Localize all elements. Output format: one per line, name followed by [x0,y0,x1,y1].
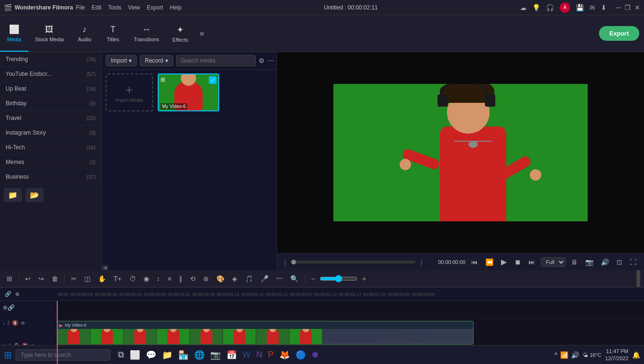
open-folder-button[interactable]: 📂 [26,188,44,202]
menu-tools[interactable]: Tools [108,4,121,11]
taskbar-task-view[interactable]: ⧉ [116,349,126,361]
prev-frame-button[interactable]: ⏮ [469,257,480,267]
tab-transitions[interactable]: ↔ Transitions [127,15,166,52]
sun-icon[interactable]: 💡 [532,4,540,11]
keyframe-button[interactable]: ◈ [229,273,240,284]
import-button[interactable]: Import ▾ [106,55,137,66]
menu-export[interactable]: Export [147,4,163,11]
picture-in-picture-button[interactable]: ⊡ [615,257,624,267]
sidebar-item-memes[interactable]: Memes (3) [0,155,101,170]
menu-help[interactable]: Help [170,4,182,11]
avatar-icon[interactable]: A [560,2,570,13]
tab-audio[interactable]: ♪ Audio [71,15,99,52]
maximize-button[interactable]: ❐ [625,4,631,11]
taskbar-file-explorer[interactable]: 📁 [160,349,174,361]
stop-button[interactable]: ⏹ [512,257,523,267]
taskbar-calendar[interactable]: 📅 [224,349,239,361]
taskbar-widgets[interactable]: ⬜ [128,349,142,361]
scroll-left-arrow[interactable]: ◀ [102,265,108,270]
quality-selector[interactable]: Full 1/2 1/4 [541,257,565,267]
audio-button[interactable]: 🎵 [242,273,256,284]
tab-titles[interactable]: T Titles [99,15,127,52]
search-input[interactable] [176,55,256,66]
noise-button[interactable]: 〰 [273,273,286,284]
color-button[interactable]: 🎨 [214,273,227,284]
timeline-link-button[interactable]: 🔗 [4,290,12,298]
taskbar-instagram[interactable]: 📷 [208,349,223,361]
scene-detect-button[interactable]: 🔍 [287,273,301,284]
zoom-in-button[interactable]: + [359,273,369,284]
notification-icon[interactable]: 🔔 [632,351,640,359]
sidebar-item-instagram[interactable]: Instagram Story (9) [0,126,101,140]
filter-icon[interactable]: ⚙ [259,57,265,64]
undo-button[interactable]: ↩ [22,273,34,284]
stabilize-button[interactable]: ⊛ [200,273,212,284]
track-audio2-solo[interactable]: 👁 [20,320,26,326]
tab-effects[interactable]: ✦ Effects [166,15,195,52]
progress-bar[interactable] [291,261,415,264]
track-audio2-mute[interactable]: 🔇 [12,320,18,326]
render-preview-button[interactable]: 🖥 [569,257,580,267]
volume-sys-icon[interactable]: 🔊 [571,351,579,359]
add-text-button[interactable]: T+ [111,273,125,284]
tab-media[interactable]: ⬜ Media [0,15,28,52]
timer-button[interactable]: ⏱ [126,273,139,284]
taskbar-onenote[interactable]: N [254,349,264,361]
menu-edit[interactable]: Edit [91,4,101,11]
split-button[interactable]: ≡ [165,273,174,284]
taskbar-firefox[interactable]: 🦊 [277,349,292,361]
sidebar-item-upbeat[interactable]: Up Beat (16) [0,82,101,96]
export-button[interactable]: Export [599,26,639,41]
layout-button[interactable]: ⊞ [4,273,15,284]
sidebar-item-birthday[interactable]: Birthday (9) [0,96,101,111]
close-button[interactable]: ✕ [635,4,640,11]
snapshot-button[interactable]: 📷 [583,257,595,267]
fast-back-button[interactable]: ⏪ [483,257,495,267]
pan-button[interactable]: ✋ [95,273,109,284]
record-voice-button[interactable]: 🎤 [258,273,271,284]
taskbar-store[interactable]: 🏪 [176,349,190,361]
collapse-handle[interactable] [636,270,640,287]
network-icon[interactable]: 📶 [560,351,568,359]
fullscreen-button[interactable]: ⛶ [628,257,638,267]
menu-file[interactable]: File [76,4,85,11]
import-placeholder[interactable]: + Import Media [106,73,153,111]
speed-button[interactable]: ⟲ [187,273,198,284]
effect-button[interactable]: ◉ [141,273,152,284]
zoom-out-button[interactable]: − [308,273,318,284]
sidebar-item-business[interactable]: Business (37) [0,170,101,184]
delete-button[interactable]: 🗑 [49,273,61,284]
minimize-button[interactable]: ─ [616,4,621,11]
headphone-icon[interactable]: 🎧 [546,4,554,11]
crop-button[interactable]: ◫ [81,273,93,284]
cut-button[interactable]: ✂ [68,273,80,284]
taskbar-search-input[interactable] [16,349,110,361]
tab-stock-media[interactable]: 🖼 Stock Media [28,15,71,52]
save-icon[interactable]: 💾 [576,4,584,11]
taskbar-edge[interactable]: 🌐 [192,349,206,361]
taskbar-chat[interactable]: 💬 [144,349,158,361]
taskbar-chrome[interactable]: 🔵 [294,349,308,361]
snap-button[interactable]: 🔗 [8,304,15,311]
zoom-slider[interactable] [320,275,358,282]
menu-view[interactable]: View [128,4,140,11]
media-thumb-myvideo6[interactable]: ✓ ⊞ My Video-6 [158,73,219,111]
import-dropdown-icon[interactable]: ▾ [129,57,132,64]
record-button[interactable]: Record ▾ [140,55,173,66]
redo-button[interactable]: ↪ [36,273,47,284]
more-tabs-button[interactable]: » [195,15,209,52]
sidebar-item-trending[interactable]: Trending (76) [0,52,101,67]
chevron-up-icon[interactable]: ^ [555,351,558,359]
freeze-button[interactable]: ∥ [176,273,185,284]
record-dropdown-icon[interactable]: ▾ [165,57,168,64]
timeline-magnet-button[interactable]: ⊕ [14,290,20,298]
add-track-button[interactable]: ⊕ [3,304,8,311]
sidebar-item-hitech[interactable]: Hi-Tech (16) [0,140,101,155]
mail-icon[interactable]: ✉ [590,4,595,11]
sidebar-item-travel[interactable]: Travel (22) [0,111,101,126]
sidebar-item-youtube[interactable]: YouTube Endscr... (57) [0,67,101,82]
add-folder-button[interactable]: 📁 [4,188,22,202]
taskbar-filmora-app[interactable]: ❄ [310,349,321,361]
play-button[interactable]: ▶ [499,256,509,267]
cloud-icon[interactable]: ☁ [520,4,527,11]
